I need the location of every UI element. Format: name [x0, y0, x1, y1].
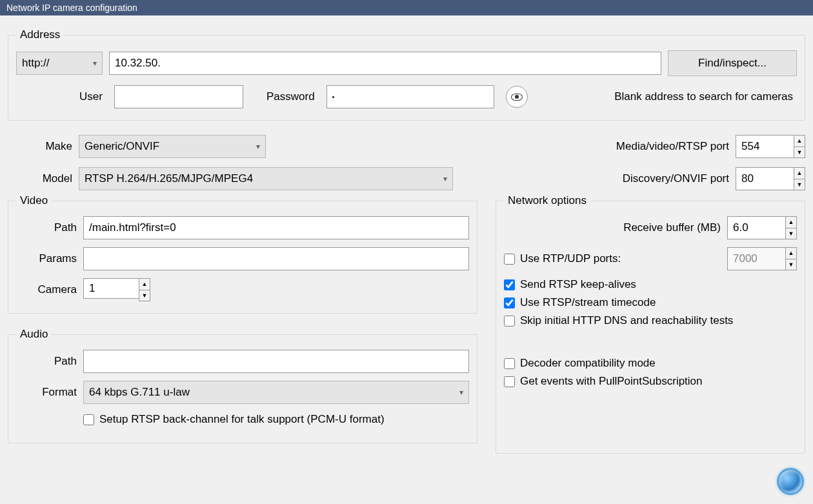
audio-path-input[interactable] [83, 350, 469, 373]
protocol-select[interactable]: http:// ▾ [16, 52, 103, 75]
content-area: Address http:// ▾ Find/inspect... User P… [0, 15, 813, 468]
discovery-port-label: Discovery/ONVIF port [496, 172, 729, 185]
user-label: User [16, 90, 103, 103]
make-label: Make [8, 140, 72, 153]
spin-up-button[interactable]: ▲ [785, 247, 797, 259]
spin-down-button[interactable]: ▼ [785, 259, 797, 270]
media-port-spinbox[interactable]: ▲ ▼ [736, 135, 805, 158]
media-port-input[interactable] [736, 135, 794, 158]
decoder-compat-checkbox[interactable] [504, 358, 515, 369]
audio-group: Audio Path Format 64 kbps G.711 u-law ▾ [8, 328, 477, 443]
network-options-group: Network options Receive buffer (MB) ▲ ▼ [496, 194, 805, 454]
spin-up-button[interactable]: ▲ [139, 278, 150, 290]
decoder-compat-label: Decoder compatibility mode [520, 357, 656, 370]
spin-up-button[interactable]: ▲ [794, 135, 805, 146]
skip-dns-label: Skip initial HTTP DNS and reachability t… [520, 314, 733, 327]
spin-up-button[interactable]: ▲ [785, 216, 797, 228]
receive-buffer-input[interactable] [727, 216, 785, 239]
rtsp-back-channel-checkbox[interactable] [83, 414, 94, 425]
use-timecode-label: Use RTSP/stream timecode [520, 296, 656, 309]
model-selected-text: RTSP H.264/H.265/MJPG/MPEG4 [85, 172, 253, 185]
use-rtp-udp-label: Use RTP/UDP ports: [520, 252, 621, 265]
discovery-port-spinbox[interactable]: ▲ ▼ [736, 167, 805, 190]
window: Network IP camera configuration Address … [0, 0, 813, 504]
model-label: Model [8, 172, 72, 185]
camera-spinbox[interactable]: ▲ ▼ [83, 278, 150, 301]
spin-down-button[interactable]: ▼ [794, 179, 805, 190]
chevron-down-icon: ▾ [256, 142, 260, 151]
audio-format-label: Format [16, 386, 77, 399]
video-params-label: Params [16, 252, 77, 265]
send-keepalives-checkbox[interactable] [504, 279, 515, 290]
rtp-port-spinbox[interactable]: ▲ ▼ [727, 247, 797, 270]
spin-up-button[interactable]: ▲ [794, 167, 805, 179]
status-orb-icon [777, 468, 804, 495]
make-selected-text: Generic/ONVIF [85, 140, 159, 153]
make-select[interactable]: Generic/ONVIF ▾ [79, 135, 266, 158]
video-legend: Video [16, 194, 52, 207]
skip-dns-checkbox[interactable] [504, 316, 515, 327]
rtsp-back-channel-label: Setup RTSP back-channel for talk support… [99, 413, 385, 426]
audio-format-selected-text: 64 kbps G.711 u-law [89, 386, 190, 399]
password-label: Password [266, 90, 315, 103]
spin-down-button[interactable]: ▼ [139, 290, 150, 301]
pullpoint-label: Get events with PullPointSubscription [520, 375, 703, 388]
video-path-input[interactable] [83, 216, 469, 239]
spin-down-button[interactable]: ▼ [785, 228, 797, 239]
chevron-down-icon: ▾ [93, 59, 97, 68]
video-params-input[interactable] [83, 247, 469, 270]
video-path-label: Path [16, 221, 77, 234]
audio-path-label: Path [16, 355, 77, 368]
find-inspect-button[interactable]: Find/inspect... [668, 50, 797, 76]
pullpoint-checkbox[interactable] [504, 376, 515, 387]
receive-buffer-spinbox[interactable]: ▲ ▼ [727, 216, 797, 239]
protocol-selected-text: http:// [22, 57, 50, 70]
media-port-label: Media/video/RTSP port [496, 140, 729, 153]
window-title: Network IP camera configuration [6, 3, 137, 13]
video-camera-label: Camera [16, 283, 77, 296]
receive-buffer-label: Receive buffer (MB) [504, 221, 721, 234]
model-select[interactable]: RTSP H.264/H.265/MJPG/MPEG4 ▾ [79, 167, 453, 190]
address-legend: Address [16, 28, 64, 41]
send-keepalives-label: Send RTSP keep-alives [520, 278, 636, 291]
titlebar: Network IP camera configuration [0, 0, 813, 15]
audio-legend: Audio [16, 328, 52, 341]
spin-down-button[interactable]: ▼ [794, 146, 805, 158]
discovery-port-input[interactable] [736, 167, 794, 190]
address-group: Address http:// ▾ Find/inspect... User P… [8, 28, 805, 121]
host-input[interactable] [109, 52, 661, 75]
blank-address-hint: Blank address to search for cameras [539, 90, 797, 103]
audio-format-select[interactable]: 64 kbps G.711 u-law ▾ [83, 381, 469, 404]
network-options-legend: Network options [504, 194, 590, 207]
chevron-down-icon: ▾ [443, 174, 447, 183]
reveal-password-button[interactable] [506, 86, 528, 108]
password-input[interactable] [326, 85, 494, 108]
chevron-down-icon: ▾ [459, 388, 463, 397]
user-input[interactable] [114, 85, 243, 108]
camera-number-input[interactable] [83, 278, 139, 299]
rtp-port-input[interactable] [727, 247, 785, 270]
use-rtp-udp-checkbox[interactable] [504, 254, 515, 265]
use-timecode-checkbox[interactable] [504, 297, 515, 308]
video-group: Video Path Params Camera [8, 194, 477, 314]
eye-icon [511, 94, 523, 101]
